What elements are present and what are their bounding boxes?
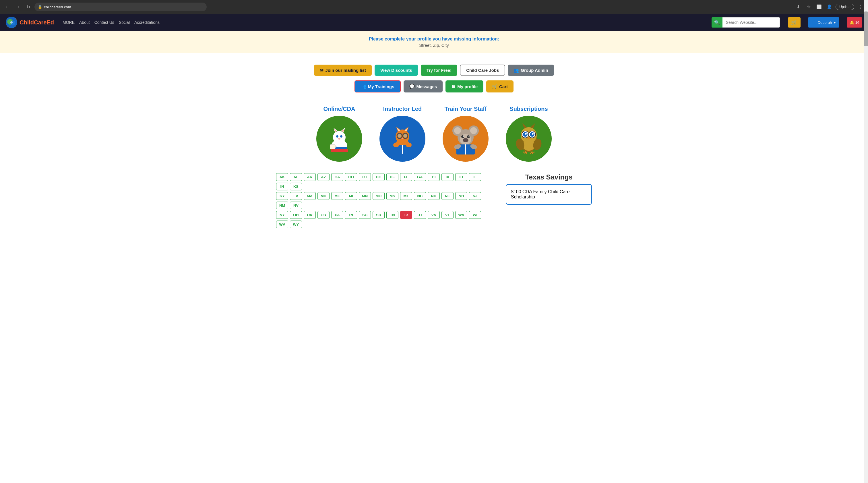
state-button-nj[interactable]: NJ — [469, 192, 481, 200]
state-button-mn[interactable]: MN — [359, 192, 371, 200]
star-icon[interactable]: ☆ — [805, 3, 813, 11]
state-button-oh[interactable]: OH — [290, 211, 302, 219]
state-button-pa[interactable]: PA — [331, 211, 343, 219]
state-button-nd[interactable]: ND — [428, 192, 440, 200]
state-button-sd[interactable]: SD — [373, 211, 384, 219]
state-button-mi[interactable]: MI — [345, 192, 357, 200]
state-button-al[interactable]: AL — [290, 173, 302, 181]
state-button-ia[interactable]: IA — [441, 173, 454, 181]
category-image-instructor — [379, 116, 425, 162]
state-button-nh[interactable]: NH — [455, 192, 467, 200]
state-button-md[interactable]: MD — [317, 192, 330, 200]
messages-icon: 💬 — [409, 84, 415, 89]
state-button-or[interactable]: OR — [317, 211, 330, 219]
profile-icon[interactable]: 👤 — [825, 3, 833, 11]
category-image-cda — [316, 116, 362, 162]
reload-button[interactable]: ↻ — [24, 3, 32, 11]
svg-point-27 — [402, 138, 403, 139]
update-button[interactable]: Update — [836, 4, 854, 10]
state-button-ok[interactable]: OK — [304, 211, 316, 219]
my-profile-button[interactable]: 🖥 My profile — [445, 81, 484, 92]
category-subscriptions[interactable]: Subscriptions — [506, 106, 552, 162]
state-button-mt[interactable]: MT — [400, 192, 412, 200]
state-button-wy[interactable]: WY — [290, 220, 302, 228]
nav-social[interactable]: Social — [119, 20, 130, 25]
notification-button[interactable]: 🔔 16 — [847, 17, 862, 28]
extensions-icon[interactable]: ⬜ — [815, 3, 823, 11]
state-button-la[interactable]: LA — [290, 192, 302, 200]
category-title-subscriptions: Subscriptions — [509, 106, 548, 112]
state-button-wv[interactable]: WV — [276, 220, 288, 228]
dropdown-icon: ▾ — [834, 20, 836, 25]
state-button-mo[interactable]: MO — [373, 192, 384, 200]
state-button-id[interactable]: ID — [455, 173, 467, 181]
state-button-nm[interactable]: NM — [276, 202, 288, 209]
scrollbar-thumb[interactable] — [864, 11, 868, 46]
texas-savings-title: Texas Savings — [506, 173, 592, 181]
state-button-wi[interactable]: WI — [469, 211, 481, 219]
cart-button-main[interactable]: 🛒 Cart — [486, 81, 514, 92]
category-instructor-led[interactable]: Instructor Led — [379, 106, 425, 162]
state-button-co[interactable]: CO — [345, 173, 357, 181]
categories-section: Online/CDA — [316, 106, 552, 162]
state-button-sc[interactable]: SC — [359, 211, 371, 219]
svg-point-40 — [467, 135, 470, 138]
menu-dots-icon[interactable]: ⋮ — [857, 3, 865, 11]
state-button-va[interactable]: VA — [428, 211, 440, 219]
state-button-ks[interactable]: KS — [290, 183, 302, 190]
download-icon[interactable]: ⬇ — [794, 3, 802, 11]
state-button-de[interactable]: DE — [386, 173, 398, 181]
cart-button[interactable]: 🛒 — [788, 17, 801, 28]
child-care-jobs-button[interactable]: Child Care Jobs — [460, 65, 505, 76]
state-button-ri[interactable]: RI — [345, 211, 357, 219]
nav-more[interactable]: MORE — [63, 20, 74, 25]
forward-button[interactable]: → — [14, 3, 22, 11]
state-button-az[interactable]: AZ — [317, 173, 330, 181]
state-button-hi[interactable]: HI — [428, 173, 440, 181]
group-admin-button[interactable]: 👥 Group Admin — [508, 65, 554, 76]
state-button-ca[interactable]: CA — [331, 173, 343, 181]
category-online-cda[interactable]: Online/CDA — [316, 106, 362, 162]
my-trainings-button[interactable]: 👥 My Trainings — [354, 81, 401, 92]
state-button-ms[interactable]: MS — [386, 192, 398, 200]
state-button-ut[interactable]: UT — [414, 211, 426, 219]
state-button-ma[interactable]: MA — [304, 192, 316, 200]
state-button-ak[interactable]: AK — [276, 173, 288, 181]
state-button-ny[interactable]: NY — [276, 211, 288, 219]
texas-savings-text: $100 CDA Family Child Care Scholarship — [511, 189, 570, 199]
back-button[interactable]: ← — [3, 3, 11, 11]
url-text: childcareed.com — [44, 5, 71, 9]
user-menu-button[interactable]: 👤 Deborah ▾ — [808, 17, 839, 28]
search-button[interactable]: 🔍 — [712, 17, 722, 28]
state-button-tn[interactable]: TN — [386, 211, 398, 219]
category-train-staff[interactable]: Train Your Staff — [443, 106, 489, 162]
view-discounts-button[interactable]: View Discounts — [375, 65, 418, 76]
state-button-ga[interactable]: GA — [414, 173, 426, 181]
search-input[interactable] — [722, 17, 780, 28]
mailing-list-button[interactable]: ✉ Join our mailing list — [314, 65, 372, 76]
messages-button[interactable]: 💬 Messages — [404, 81, 443, 92]
state-button-ky[interactable]: KY — [276, 192, 288, 200]
nav-contact[interactable]: Contact Us — [94, 20, 114, 25]
logo[interactable]: ChildCareEd — [6, 17, 54, 28]
state-button-ne[interactable]: NE — [441, 192, 454, 200]
try-free-button[interactable]: Try for Free! — [421, 65, 458, 76]
state-button-tx[interactable]: TX — [400, 211, 412, 219]
scrollbar[interactable] — [864, 0, 868, 236]
state-button-vt[interactable]: VT — [441, 211, 454, 219]
nav-accreditations[interactable]: Accreditations — [134, 20, 160, 25]
state-button-in[interactable]: IN — [276, 183, 288, 190]
state-button-wa[interactable]: WA — [455, 211, 467, 219]
state-button-nv[interactable]: NV — [290, 202, 302, 209]
state-button-me[interactable]: ME — [331, 192, 343, 200]
state-button-nc[interactable]: NC — [414, 192, 426, 200]
svg-point-58 — [525, 133, 527, 135]
state-button-dc[interactable]: DC — [373, 173, 384, 181]
state-button-fl[interactable]: FL — [400, 173, 412, 181]
address-bar[interactable]: 🔒 childcareed.com — [34, 3, 207, 11]
state-button-ar[interactable]: AR — [304, 173, 316, 181]
nav-about[interactable]: About — [79, 20, 90, 25]
texas-savings-box: $100 CDA Family Child Care Scholarship — [506, 184, 592, 205]
state-button-il[interactable]: IL — [469, 173, 481, 181]
state-button-ct[interactable]: CT — [359, 173, 371, 181]
